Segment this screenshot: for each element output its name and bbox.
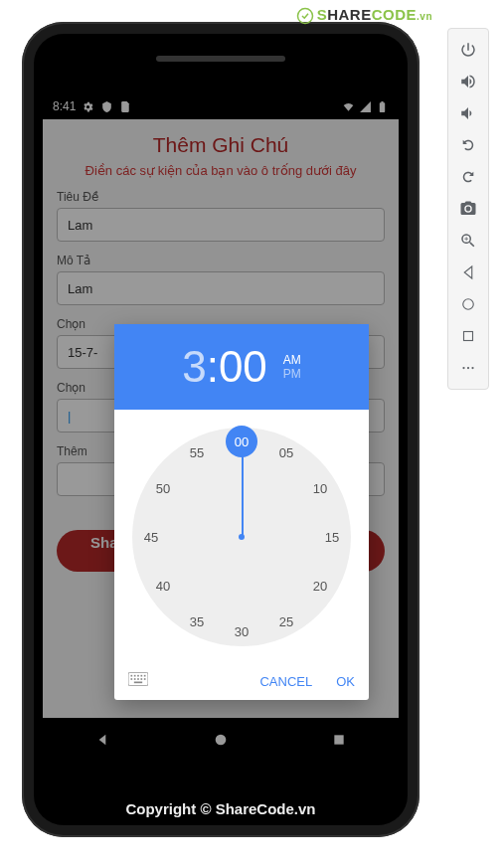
clock-center: [239, 534, 245, 540]
power-icon[interactable]: [453, 35, 483, 65]
svg-rect-13: [144, 675, 146, 677]
svg-rect-16: [137, 678, 139, 680]
clock-num-35[interactable]: 35: [182, 607, 212, 636]
time-picker-dialog: 3:00 AM PM 00 05 10 15 20: [114, 324, 369, 700]
volume-down-icon[interactable]: [453, 98, 483, 128]
svg-rect-9: [131, 675, 133, 677]
time-picker-header: 3:00 AM PM: [114, 324, 369, 410]
clock-num-55[interactable]: 55: [182, 437, 212, 467]
svg-rect-10: [134, 675, 136, 677]
clock-num-30[interactable]: 30: [227, 616, 256, 646]
minute-display[interactable]: 00: [219, 342, 267, 392]
svg-rect-17: [141, 678, 143, 680]
clock-face[interactable]: 00 05 10 15 20 25 30 35 40 45 50 55: [132, 428, 351, 646]
phone-screen: 8:41 Thêm Ghi Chú Điền các sự kiện của b…: [43, 93, 399, 766]
svg-rect-12: [141, 675, 143, 677]
screenshot-icon[interactable]: [453, 194, 483, 224]
clock-num-50[interactable]: 50: [148, 473, 178, 503]
svg-rect-11: [137, 675, 139, 677]
rotate-left-icon[interactable]: [453, 130, 483, 160]
am-toggle[interactable]: AM: [283, 353, 301, 367]
volume-up-icon[interactable]: [453, 67, 483, 96]
pm-toggle[interactable]: PM: [283, 367, 301, 381]
clock-num-10[interactable]: 10: [305, 473, 335, 503]
svg-point-4: [467, 367, 469, 369]
more-icon[interactable]: [453, 353, 483, 383]
home-icon[interactable]: [453, 289, 483, 319]
cancel-button[interactable]: CANCEL: [259, 674, 312, 689]
svg-rect-18: [144, 678, 146, 680]
sharecode-watermark: SHARECODE.vn: [296, 6, 432, 25]
svg-point-3: [462, 367, 464, 369]
overview-icon[interactable]: [453, 321, 483, 351]
zoom-icon[interactable]: [453, 226, 483, 256]
phone-speaker: [156, 56, 285, 62]
clock-container: 00 05 10 15 20 25 30 35 40 45 50 55: [114, 410, 369, 664]
svg-rect-19: [134, 682, 142, 684]
clock-num-20[interactable]: 20: [305, 571, 335, 601]
keyboard-icon[interactable]: [128, 672, 148, 690]
phone-frame: 8:41 Thêm Ghi Chú Điền các sự kiện của b…: [22, 22, 420, 837]
clock-num-05[interactable]: 05: [271, 437, 301, 467]
svg-point-0: [298, 9, 313, 24]
svg-rect-15: [134, 678, 136, 680]
clock-num-15[interactable]: 15: [317, 522, 347, 552]
emulator-toolbar: [447, 28, 489, 390]
ok-button[interactable]: OK: [336, 674, 355, 689]
svg-rect-14: [131, 678, 133, 680]
hour-display[interactable]: 3: [182, 342, 206, 392]
clock-num-25[interactable]: 25: [271, 607, 301, 636]
clock-num-40[interactable]: 40: [148, 571, 178, 601]
clock-num-45[interactable]: 45: [136, 522, 166, 552]
svg-point-5: [471, 367, 473, 369]
svg-point-1: [463, 299, 474, 310]
clock-hand: [242, 449, 244, 537]
copyright-text: Copyright © ShareCode.vn: [34, 800, 408, 817]
clock-selected-minute[interactable]: 00: [226, 426, 257, 457]
svg-rect-2: [464, 332, 473, 341]
rotate-right-icon[interactable]: [453, 162, 483, 192]
back-icon[interactable]: [453, 258, 483, 287]
time-picker-actions: CANCEL OK: [114, 664, 369, 700]
